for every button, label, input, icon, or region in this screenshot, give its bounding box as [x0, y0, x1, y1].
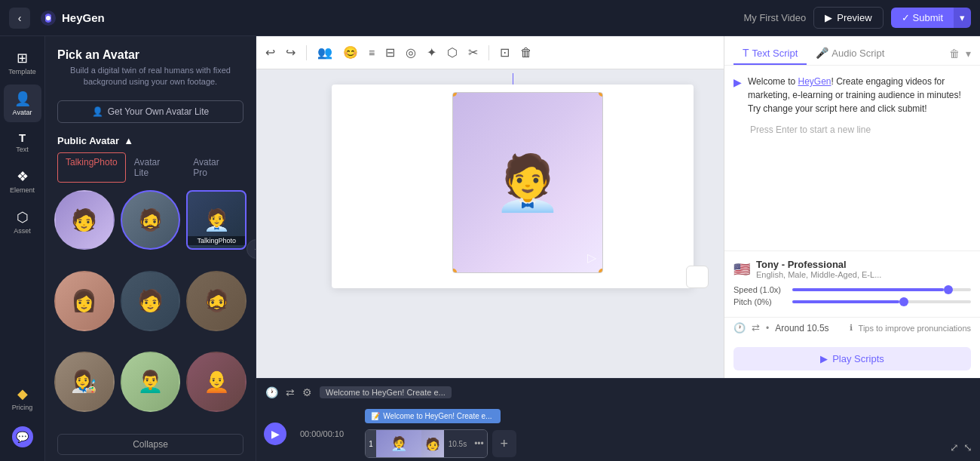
timeline-header: 🕐 ⇄ ⚙ Welcome to HeyGen! Create e...: [256, 379, 980, 406]
submit-btn-group: ✓ Submit ▾: [891, 8, 971, 28]
timeline-expand-icon[interactable]: ⤢: [950, 441, 959, 453]
pitch-slider[interactable]: [792, 300, 971, 303]
topbar-left: ‹ HeyGen: [9, 8, 105, 29]
public-avatar-label: Public Avatar ▲: [45, 132, 256, 152]
add-scene-button[interactable]: +: [492, 430, 516, 457]
effects-icon[interactable]: ✦: [427, 45, 436, 60]
voice-name: Tony - Professional: [756, 259, 881, 270]
avatar-item-8[interactable]: 👨‍🦱: [121, 352, 181, 412]
pick-avatar-title: Pick an Avatar: [57, 48, 243, 62]
zoom-button[interactable]: ⊕: [686, 266, 709, 288]
timeline-controls-right: ⤢ ⤡: [950, 441, 972, 453]
sidebar-item-help[interactable]: 💬: [4, 420, 41, 453]
avatar-placeholder-9: 🧑‍🦲: [188, 353, 245, 410]
sidebar-item-text[interactable]: T Text: [4, 125, 41, 159]
avatar-icon: 👤: [14, 91, 31, 107]
person-icon: 👤: [92, 106, 103, 117]
avatar-placeholder-2: 🧔: [122, 192, 179, 249]
delete-script-icon[interactable]: 🗑: [949, 48, 960, 60]
back-button[interactable]: ‹: [9, 8, 30, 29]
canvas-slide[interactable]: 🧑‍💼 ▷: [332, 85, 694, 288]
undo-icon[interactable]: ↩: [265, 45, 275, 60]
duration-value: Around 10.5s: [775, 323, 828, 333]
speed-slider[interactable]: [792, 288, 971, 291]
copy-icon[interactable]: ⊡: [500, 45, 510, 60]
pitch-label: Pitch (0%): [733, 297, 786, 306]
timeline-play-button[interactable]: ▶: [264, 423, 286, 445]
sidebar-bottom: Collapse: [45, 426, 256, 461]
delete-icon[interactable]: 🗑: [520, 46, 532, 60]
new-line-placeholder[interactable]: Press Enter to start a new line: [733, 121, 971, 135]
timeline-clock-icon[interactable]: 🕐: [265, 386, 278, 398]
canvas-right: ↩ ↪ 👥 😊 ≡ ⊟ ◎ ✦ ⬡ ✂ ⊡ 🗑: [256, 36, 980, 378]
script-play-icon[interactable]: ▶: [733, 76, 742, 115]
timeline-shrink-icon[interactable]: ⤡: [963, 441, 972, 453]
tab-text-script[interactable]: T Text Script: [733, 42, 807, 65]
avatar-item-9[interactable]: 🧑‍🦲: [186, 352, 247, 412]
emoji-icon[interactable]: 😊: [343, 45, 358, 60]
tab-avatar-pro[interactable]: Avatar Pro: [185, 152, 243, 183]
avatar-item-3[interactable]: 🧑‍💼 TalkingPhoto: [186, 190, 247, 250]
resize-handle-br[interactable]: [599, 269, 603, 273]
text-lines-icon[interactable]: ≡: [369, 47, 375, 59]
chat-icon: 💬: [12, 426, 33, 447]
sidebar-item-element[interactable]: ❖ Element: [4, 162, 41, 200]
speed-slider-fill: [792, 288, 944, 291]
script-body: ▶ Welcome to HeyGen! Create engaging vid…: [724, 66, 980, 250]
get-avatar-button[interactable]: 👤 Get Your Own Avatar Lite: [57, 100, 243, 123]
crop-icon[interactable]: ✂: [468, 45, 478, 60]
avatar-item-1[interactable]: 🧑: [54, 190, 115, 250]
script-actions: 🗑 ▾: [949, 48, 971, 60]
sidebar-item-template[interactable]: ⊞ Template: [4, 44, 41, 81]
canvas-guide-top: [513, 73, 513, 85]
avatar-item-5[interactable]: 🧑: [121, 271, 181, 331]
hide-icon[interactable]: ◎: [406, 45, 416, 60]
sidebar-item-asset[interactable]: ⬡ Asset: [4, 203, 41, 241]
expand-script-icon[interactable]: ▾: [966, 48, 971, 60]
submit-dropdown-button[interactable]: ▾: [954, 8, 971, 28]
scene-thumb-2: 🧑: [421, 430, 444, 457]
collapse-button[interactable]: Collapse: [57, 434, 243, 455]
avatar-item-2[interactable]: 🧔: [121, 190, 181, 250]
shape-icon[interactable]: ⬡: [447, 45, 458, 60]
timeline-scene-1[interactable]: 1 🧑‍💼 🧑 10.5s •••: [365, 429, 488, 458]
sidebar-item-avatar[interactable]: 👤 Avatar: [4, 85, 41, 122]
sidebar-item-pricing[interactable]: ◆ Pricing: [4, 380, 41, 417]
avatar-item-4[interactable]: 👩: [54, 271, 115, 331]
heygen-link[interactable]: HeyGen: [798, 76, 831, 87]
main-layout: ⊞ Template 👤 Avatar T Text ❖ Element ⬡ A…: [0, 36, 980, 461]
layers-icon[interactable]: ⊟: [385, 45, 395, 60]
avatar-placeholder-7: 👩‍🎨: [56, 353, 113, 410]
avatar-placeholder-5: 🧑: [122, 272, 179, 330]
icon-bar: ⊞ Template 👤 Avatar T Text ❖ Element ⬡ A…: [0, 36, 45, 461]
translate-icon: ⇄: [752, 322, 760, 333]
play-scripts-button[interactable]: ▶ Play Scripts: [733, 347, 971, 370]
avatar-on-canvas[interactable]: 🧑‍💼 ▷: [452, 92, 603, 273]
avatar-sidebar: Pick an Avatar Build a digital twin of r…: [45, 36, 256, 461]
timeline-track-scene: 1 🧑‍💼 🧑 10.5s ••• +: [365, 429, 974, 458]
duration-label: •: [766, 323, 769, 333]
people-icon[interactable]: 👥: [317, 45, 332, 60]
avatar-placeholder-1: 🧑: [56, 192, 113, 249]
right-panel: T Text Script 🎤 Audio Script 🗑 ▾ ▶: [724, 36, 980, 378]
pitch-slider-thumb: [899, 297, 908, 306]
timeline-lang-icon[interactable]: ⇄: [286, 386, 295, 398]
timeline-settings-icon[interactable]: ⚙: [302, 386, 312, 398]
script-text-content[interactable]: Welcome to HeyGen! Create engaging video…: [748, 75, 971, 115]
tab-audio-script[interactable]: 🎤 Audio Script: [807, 42, 893, 65]
canvas-viewport: 🧑‍💼 ▷: [256, 69, 724, 378]
timeline-script-clip[interactable]: 📝 Welcome to HeyGen! Create e...: [365, 409, 501, 423]
toolbar-separator-2: [488, 45, 489, 60]
preview-button[interactable]: ▶ Preview: [813, 7, 883, 29]
pricing-icon: ◆: [17, 386, 28, 402]
chevron-up-icon: ▲: [124, 135, 133, 146]
scene-more-button[interactable]: •••: [471, 430, 487, 457]
tab-talking-photo[interactable]: TalkingPhoto: [57, 152, 126, 183]
avatar-item-7[interactable]: 👩‍🎨: [54, 352, 115, 412]
redo-icon[interactable]: ↪: [286, 45, 296, 60]
submit-button[interactable]: ✓ Submit: [891, 8, 954, 28]
tab-avatar-lite[interactable]: Avatar Lite: [126, 152, 185, 183]
talking-photo-label: TalkingPhoto: [188, 236, 245, 245]
avatar-item-6[interactable]: 🧔: [186, 271, 247, 331]
apply-voice-button[interactable]: Tips to improve pronunciations: [859, 324, 971, 333]
